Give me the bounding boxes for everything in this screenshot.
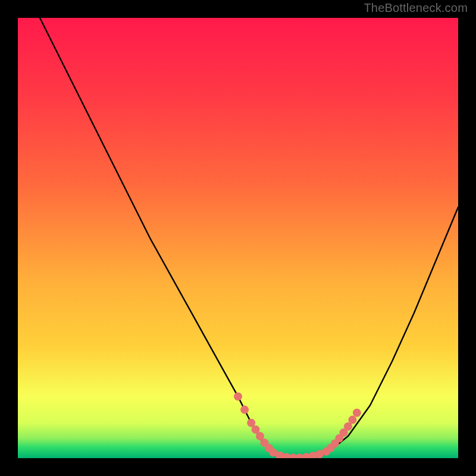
marker-dot [353,409,361,417]
marker-dot [240,406,249,414]
watermark-text: TheBottleneck.com [364,1,468,15]
chart-stage: TheBottleneck.com [0,0,476,476]
marker-dot [234,392,242,400]
marker-dot [348,416,356,424]
bottleneck-chart [18,18,458,458]
gradient-background [18,18,458,458]
plot-area [18,18,458,458]
